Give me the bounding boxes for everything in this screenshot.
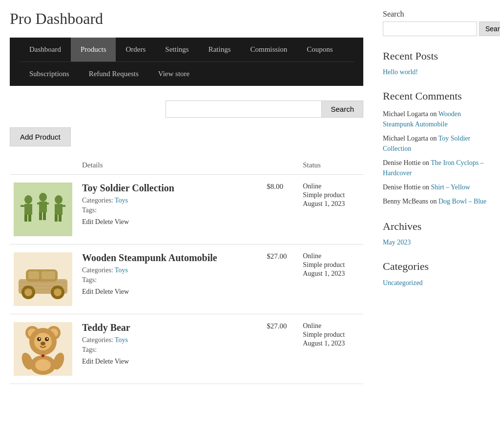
product-edit-0[interactable]: Edit xyxy=(82,218,93,225)
product-status-cell-0: Online Simple product August 1, 2023 xyxy=(299,175,363,244)
col-image xyxy=(10,156,78,175)
svg-point-1 xyxy=(24,195,32,204)
svg-point-41 xyxy=(41,342,45,346)
product-tags-2: Tags: xyxy=(82,346,259,354)
product-category-link-2[interactable]: Toys xyxy=(115,336,128,344)
product-category-link-1[interactable]: Toys xyxy=(115,266,128,274)
sidebar-search-input[interactable] xyxy=(383,21,477,36)
product-image-cell-2 xyxy=(10,314,78,384)
comment-5: Benny McBeans on Dog Bowl – Blue xyxy=(383,196,490,206)
categories-title: Categories xyxy=(383,260,490,273)
svg-point-39 xyxy=(39,338,41,340)
nav-item-ratings[interactable]: Ratings xyxy=(199,38,241,61)
product-status-0: Online Simple product August 1, 2023 xyxy=(303,183,359,208)
sidebar: Search Search Recent Posts Hello world! … xyxy=(383,10,490,384)
comment-link-4[interactable]: Shirt – Yellow xyxy=(431,183,470,191)
svg-rect-3 xyxy=(21,205,25,207)
product-status-type-0: Simple product xyxy=(303,191,359,199)
nav-item-coupons[interactable]: Coupons xyxy=(297,38,342,61)
svg-rect-6 xyxy=(28,215,31,222)
svg-rect-10 xyxy=(46,203,49,204)
nav-row-2: Subscriptions Refund Requests View store xyxy=(20,61,354,86)
nav-item-subscriptions[interactable]: Subscriptions xyxy=(20,62,79,86)
product-search-input[interactable] xyxy=(166,101,322,118)
nav-item-products[interactable]: Products xyxy=(71,38,116,61)
product-status-date-2: August 1, 2023 xyxy=(303,340,359,347)
product-category-0: Categories: Toys xyxy=(82,197,259,204)
product-image-1 xyxy=(14,252,72,306)
sidebar-categories: Categories Uncategorized xyxy=(383,260,490,286)
table-row: Wooden Steampunk Automobile Categories: … xyxy=(10,244,363,314)
product-tags-1: Tags: xyxy=(82,276,259,284)
nav-item-dashboard[interactable]: Dashboard xyxy=(20,38,71,61)
product-status-online-2: Online xyxy=(303,322,359,330)
products-table: Details Status xyxy=(10,156,363,384)
nav-item-commission[interactable]: Commission xyxy=(241,38,297,61)
product-status-online-1: Online xyxy=(303,252,359,260)
product-status-cell-2: Online Simple product August 1, 2023 xyxy=(299,314,363,384)
product-status-2: Online Simple product August 1, 2023 xyxy=(303,322,359,347)
nav-item-view-store[interactable]: View store xyxy=(148,62,200,86)
comment-author-5: Benny McBeans xyxy=(383,198,428,205)
nav-item-refund-requests[interactable]: Refund Requests xyxy=(79,62,148,86)
col-details: Details xyxy=(78,156,263,175)
table-row: Teddy Bear Categories: Toys Tags: Edit D… xyxy=(10,314,363,384)
product-edit-1[interactable]: Edit xyxy=(82,288,93,295)
svg-rect-8 xyxy=(39,202,47,212)
product-category-link-0[interactable]: Toys xyxy=(115,197,128,204)
sidebar-search-button[interactable]: Search xyxy=(479,21,500,36)
category-uncategorized[interactable]: Uncategorized xyxy=(383,279,490,287)
sidebar-archives: Archives May 2023 xyxy=(383,220,490,246)
product-category-2: Categories: Toys xyxy=(82,336,259,344)
product-price-cell-2: $27.00 xyxy=(263,314,299,384)
svg-rect-9 xyxy=(37,203,40,204)
archive-may-2023[interactable]: May 2023 xyxy=(383,239,490,246)
add-product-button[interactable]: Add Product xyxy=(10,127,71,146)
product-image-0 xyxy=(14,183,72,236)
product-search-container: Search xyxy=(10,101,363,118)
svg-point-45 xyxy=(35,359,51,371)
comment-1: Michael Logarta on Wooden Steampunk Auto… xyxy=(383,109,490,129)
product-status-cell-1: Online Simple product August 1, 2023 xyxy=(299,244,363,314)
comment-2: Michael Logarta on Toy Soldier Collectio… xyxy=(383,133,490,154)
product-actions-2: Edit Delete View xyxy=(82,358,259,366)
product-name-0: Toy Soldier Collection xyxy=(82,183,259,194)
product-edit-2[interactable]: Edit xyxy=(82,358,93,365)
sidebar-search-section: Search Search xyxy=(383,10,490,36)
svg-rect-15 xyxy=(61,205,65,207)
svg-rect-5 xyxy=(24,215,27,222)
svg-point-13 xyxy=(55,195,62,204)
nav-item-settings[interactable]: Settings xyxy=(155,38,198,61)
product-status-type-1: Simple product xyxy=(303,261,359,269)
product-view-0[interactable]: View xyxy=(115,218,129,225)
product-details-cell-2: Teddy Bear Categories: Toys Tags: Edit D… xyxy=(78,314,263,384)
col-price xyxy=(263,156,299,175)
nav-item-orders[interactable]: Orders xyxy=(116,38,155,61)
svg-rect-11 xyxy=(39,212,42,220)
svg-rect-21 xyxy=(28,271,39,279)
svg-rect-17 xyxy=(59,215,62,222)
product-delete-0[interactable]: Delete xyxy=(95,218,113,225)
comment-link-5[interactable]: Dog Bowl – Blue xyxy=(438,198,486,205)
comment-4: Denise Hottie on Shirt – Yellow xyxy=(383,182,490,192)
svg-point-47 xyxy=(42,354,44,357)
product-status-date-0: August 1, 2023 xyxy=(303,200,359,208)
product-delete-2[interactable]: Delete xyxy=(95,358,113,365)
recent-post-hello-world[interactable]: Hello world! xyxy=(383,68,490,76)
svg-rect-22 xyxy=(42,271,55,279)
product-price-cell-0: $8.00 xyxy=(263,175,299,244)
product-image-2 xyxy=(14,322,72,376)
product-delete-1[interactable]: Delete xyxy=(95,288,113,295)
svg-rect-12 xyxy=(43,212,46,220)
comment-author-1: Michael Logarta xyxy=(383,110,428,118)
product-status-online-0: Online xyxy=(303,183,359,190)
product-image-cell-1 xyxy=(10,244,78,314)
product-search-button[interactable]: Search xyxy=(322,101,363,118)
comment-author-4: Denise Hottie xyxy=(383,183,420,191)
sidebar-recent-posts: Recent Posts Hello world! xyxy=(383,50,490,76)
product-status-1: Online Simple product August 1, 2023 xyxy=(303,252,359,278)
page-title: Pro Dashboard xyxy=(10,10,363,28)
product-view-2[interactable]: View xyxy=(115,358,129,365)
product-name-2: Teddy Bear xyxy=(82,322,259,333)
product-view-1[interactable]: View xyxy=(115,288,129,295)
